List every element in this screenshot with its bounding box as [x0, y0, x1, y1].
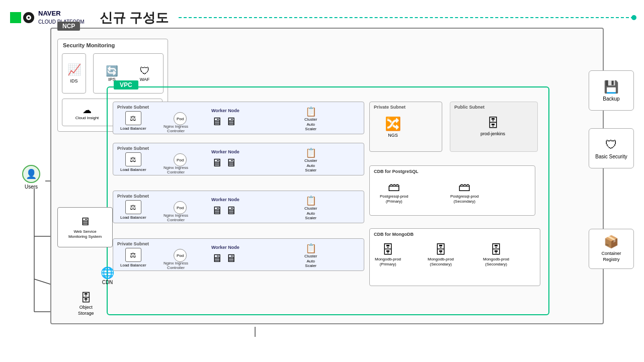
worker-1: Worker Node 🖥 🖥: [211, 108, 239, 128]
cdb-postgres-label: CDB for PostgreSQL: [374, 169, 419, 174]
postgres-primary-label: Postgresql-prod(Primary): [380, 194, 408, 205]
cloud-insight-label: Cloud Insight: [75, 116, 99, 121]
backup-icon: 💾: [604, 80, 619, 94]
mongo-secondary-2-icon: 🗄: [490, 243, 502, 257]
postgres-primary-icon: 🗃: [388, 180, 400, 194]
postgres-primary: 🗃 Postgresql-prod(Primary): [380, 180, 408, 205]
lb-2-label: Load Balancer: [120, 167, 146, 172]
subnet-label-1: Private Subnet: [117, 105, 149, 110]
server-icon-3a: 🖥: [211, 204, 222, 217]
container-registry-box: 📦 ContainerRegistry: [589, 229, 634, 269]
lb-1-icon: ⚖: [125, 111, 141, 125]
cdb-mongo-box: CDB for MongoDB 🗄 Mongodb-prod(Primary) …: [369, 228, 540, 286]
ngs-subnet-box: Private Subnet 🔀 NGS: [369, 102, 442, 152]
worker-4-servers: 🖥 🖥: [211, 252, 239, 265]
server-icon-4b: 🖥: [225, 252, 236, 265]
web-service-monitoring-label: Web ServiceMonitoring System: [68, 229, 102, 240]
worker-4: Worker Node 🖥 🖥: [211, 245, 239, 265]
subnet-box-2: Private Subnet ⚖ Load Balancer Pod Nginx…: [113, 143, 364, 175]
ncp-box: NCP Security Monitoring 📈 IDS 🔄 IPS 🛡 WA…: [50, 28, 604, 324]
ncp-label: NCP: [57, 22, 80, 31]
container-registry-icon: 📦: [604, 235, 619, 249]
cas-2: 📋 ClusterAutoScaler: [304, 147, 317, 173]
worker-3: Worker Node 🖥 🖥: [211, 197, 239, 217]
subnet-label-2: Private Subnet: [117, 146, 149, 151]
ngs-label: NGS: [388, 133, 398, 138]
cas-3: 📋 ClusterAutoScaler: [304, 195, 317, 221]
server-icon-1a: 🖥: [211, 115, 222, 128]
pod-2-circle: Pod: [174, 153, 187, 166]
ids-icon: 📈: [67, 63, 81, 76]
pod-1-circle: Pod: [174, 112, 187, 125]
subnet-label-4: Private Subnet: [117, 241, 149, 246]
mongo-primary-icon: 🗄: [382, 243, 394, 257]
pod-3: Pod: [174, 201, 187, 214]
prod-jenkins-label: prod-jenkins: [480, 131, 505, 136]
backup-label: Backup: [603, 96, 619, 102]
prod-jenkins-icon: 🗄: [487, 116, 499, 130]
dashed-dot: [631, 15, 636, 20]
worker-3-servers: 🖥 🖥: [211, 204, 239, 217]
page-title: 신규 구성도: [100, 9, 169, 27]
server-icon-2a: 🖥: [211, 156, 222, 169]
server-icon-1b: 🖥: [225, 115, 236, 128]
ips-item: 🔄 IPS: [100, 65, 125, 82]
subnet-box-1: Private Subnet ⚖ Load Balancer Pod Nginx…: [113, 102, 364, 134]
lb-2: ⚖ Load Balancer: [120, 152, 146, 172]
mongo-primary-label: Mongodb-prod(Primary): [375, 257, 401, 267]
cas-4: 📋 ClusterAutoScaler: [304, 243, 317, 268]
nginx-3: Nginx IngressController: [164, 213, 188, 222]
backup-box: 💾 Backup: [589, 70, 634, 111]
security-monitoring-label: Security Monitoring: [63, 42, 115, 48]
object-storage-label: ObjectStorage: [78, 305, 94, 316]
cloud-insight-item: ☁ Cloud Insight: [69, 105, 105, 121]
subnet-box-3: Private Subnet ⚖ Load Balancer Pod Nginx…: [113, 191, 364, 223]
mongo-secondary-1-icon: 🗄: [435, 243, 447, 257]
cloud-insight-icon: ☁: [83, 105, 92, 116]
cdn-label: CDN: [102, 280, 113, 285]
basic-security-box: 🛡 Basic Security: [589, 128, 634, 168]
pod-3-circle: Pod: [174, 201, 187, 214]
lb-1-label: Load Balancer: [120, 126, 146, 131]
waf-icon: 🛡: [140, 65, 150, 77]
nginx-1: Nginx IngressController: [164, 124, 188, 133]
pod-1: Pod: [174, 112, 187, 125]
public-subnet-label: Public Subnet: [454, 105, 485, 110]
logo-square-green: [10, 12, 21, 23]
prod-jenkins-node: 🗄 prod-jenkins: [480, 116, 505, 136]
pod-4: Pod: [174, 249, 187, 262]
server-icon-4a: 🖥: [211, 252, 222, 265]
postgres-secondary-icon: 🗃: [458, 180, 470, 194]
nginx-4: Nginx IngressController: [164, 261, 188, 270]
users-icon: 👤: [22, 165, 40, 183]
pod-2: Pod: [174, 153, 187, 166]
basic-security-icon: 🛡: [605, 138, 617, 152]
ips-icon: 🔄: [106, 65, 118, 77]
worker-2: Worker Node 🖥 🖥: [211, 149, 239, 169]
object-storage-icon: 🗄: [80, 292, 92, 305]
cdb-postgres-box: CDB for PostgreSQL 🗃 Postgresql-prod(Pri…: [369, 165, 535, 216]
waf-item: 🛡 WAF: [132, 65, 157, 82]
mongo-secondary-1: 🗄 Mongodb-prod(Secondary): [428, 243, 454, 267]
nginx-2: Nginx IngressController: [164, 165, 188, 174]
cdn-node: 🌐 CDN: [101, 266, 114, 285]
vpc-box: VPC Private Subnet ⚖ Load Balancer Pod N…: [107, 86, 549, 315]
postgres-secondary: 🗃 Postgresql-prod(Secondary): [450, 180, 478, 205]
postgres-secondary-label: Postgresql-prod(Secondary): [450, 194, 478, 205]
container-registry-label: ContainerRegistry: [601, 251, 621, 262]
worker-1-servers: 🖥 🖥: [211, 115, 239, 128]
lb-3-icon: ⚖: [125, 200, 141, 214]
mongo-secondary-1-label: Mongodb-prod(Secondary): [428, 257, 454, 267]
mongo-secondary-2: 🗄 Mongodb-prod(Secondary): [483, 243, 509, 267]
public-subnet-box: Public Subnet 🗄 prod-jenkins: [450, 102, 538, 152]
worker-2-servers: 🖥 🖥: [211, 156, 239, 169]
lb-4-label: Load Balancer: [120, 263, 146, 267]
lb-2-icon: ⚖: [125, 152, 141, 166]
waf-label: WAF: [140, 77, 150, 82]
cdb-mongo-label: CDB for MongoDB: [374, 232, 414, 237]
lb-4: ⚖ Load Balancer: [120, 248, 146, 267]
pod-4-circle: Pod: [174, 249, 187, 262]
logo-icon: [10, 12, 34, 23]
dashed-separator: [179, 17, 634, 18]
cas-1: 📋 ClusterAutoScaler: [304, 106, 317, 132]
